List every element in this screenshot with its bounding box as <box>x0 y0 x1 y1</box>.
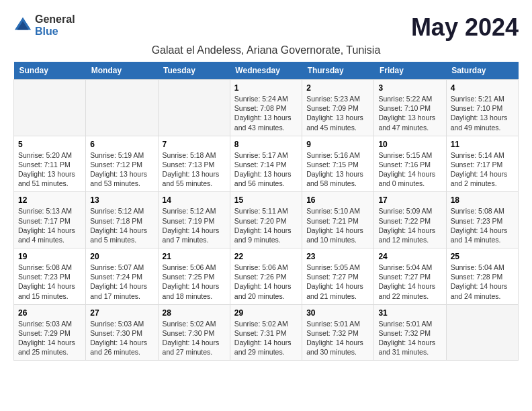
day-number: 21 <box>163 252 226 261</box>
calendar-cell: 29Sunrise: 5:02 AM Sunset: 7:31 PM Dayli… <box>230 304 302 361</box>
day-info: Sunrise: 5:02 AM Sunset: 7:30 PM Dayligh… <box>163 319 226 357</box>
day-info: Sunrise: 5:17 AM Sunset: 7:14 PM Dayligh… <box>234 150 298 189</box>
calendar-cell: 26Sunrise: 5:03 AM Sunset: 7:29 PM Dayli… <box>14 304 86 361</box>
day-info: Sunrise: 5:04 AM Sunset: 7:28 PM Dayligh… <box>451 263 514 301</box>
day-number: 22 <box>234 252 298 261</box>
weekday-header-thursday: Thursday <box>302 62 374 80</box>
day-number: 23 <box>306 252 369 261</box>
logo-general: General <box>35 13 75 26</box>
day-info: Sunrise: 5:07 AM Sunset: 7:24 PM Dayligh… <box>90 263 153 301</box>
day-info: Sunrise: 5:01 AM Sunset: 7:32 PM Dayligh… <box>378 319 441 357</box>
logo: General Blue <box>13 13 75 37</box>
day-info: Sunrise: 5:24 AM Sunset: 7:08 PM Dayligh… <box>234 94 298 132</box>
day-info: Sunrise: 5:06 AM Sunset: 7:26 PM Dayligh… <box>234 263 298 301</box>
day-number: 12 <box>18 195 81 205</box>
day-number: 17 <box>378 195 441 205</box>
calendar-cell: 10Sunrise: 5:15 AM Sunset: 7:16 PM Dayli… <box>374 136 446 192</box>
day-number: 27 <box>90 308 153 318</box>
day-number: 9 <box>306 140 369 149</box>
calendar-cell: 14Sunrise: 5:12 AM Sunset: 7:19 PM Dayli… <box>158 192 230 248</box>
day-info: Sunrise: 5:16 AM Sunset: 7:15 PM Dayligh… <box>306 150 369 189</box>
day-info: Sunrise: 5:03 AM Sunset: 7:29 PM Dayligh… <box>18 319 81 357</box>
weekday-header-friday: Friday <box>374 62 446 80</box>
calendar-table: SundayMondayTuesdayWednesdayThursdayFrid… <box>13 62 519 361</box>
day-info: Sunrise: 5:05 AM Sunset: 7:27 PM Dayligh… <box>306 263 369 301</box>
day-info: Sunrise: 5:21 AM Sunset: 7:10 PM Dayligh… <box>451 94 514 132</box>
calendar-cell: 17Sunrise: 5:09 AM Sunset: 7:22 PM Dayli… <box>374 192 446 248</box>
week-row-4: 19Sunrise: 5:08 AM Sunset: 7:23 PM Dayli… <box>14 248 519 305</box>
calendar-cell: 16Sunrise: 5:10 AM Sunset: 7:21 PM Dayli… <box>302 192 374 248</box>
calendar-cell: 9Sunrise: 5:16 AM Sunset: 7:15 PM Daylig… <box>302 136 374 192</box>
weekday-header-wednesday: Wednesday <box>230 62 302 80</box>
day-number: 30 <box>306 308 369 318</box>
day-info: Sunrise: 5:12 AM Sunset: 7:18 PM Dayligh… <box>90 206 153 244</box>
day-info: Sunrise: 5:19 AM Sunset: 7:12 PM Dayligh… <box>90 150 153 189</box>
calendar-cell: 6Sunrise: 5:19 AM Sunset: 7:12 PM Daylig… <box>86 136 158 192</box>
day-info: Sunrise: 5:13 AM Sunset: 7:17 PM Dayligh… <box>18 206 81 244</box>
day-info: Sunrise: 5:06 AM Sunset: 7:25 PM Dayligh… <box>163 263 226 301</box>
calendar-cell: 13Sunrise: 5:12 AM Sunset: 7:18 PM Dayli… <box>86 192 158 248</box>
weekday-header-monday: Monday <box>86 62 158 80</box>
calendar-cell <box>86 80 158 136</box>
day-number: 18 <box>451 195 514 205</box>
calendar-cell: 28Sunrise: 5:02 AM Sunset: 7:30 PM Dayli… <box>158 304 230 361</box>
day-number: 6 <box>90 140 153 149</box>
week-row-2: 5Sunrise: 5:20 AM Sunset: 7:11 PM Daylig… <box>14 136 519 192</box>
page-header: General Blue May 2024 <box>13 13 519 42</box>
day-number: 10 <box>378 140 441 149</box>
calendar-cell: 11Sunrise: 5:14 AM Sunset: 7:17 PM Dayli… <box>446 136 518 192</box>
day-number: 4 <box>451 83 514 93</box>
calendar-cell: 27Sunrise: 5:03 AM Sunset: 7:30 PM Dayli… <box>86 304 158 361</box>
day-number: 16 <box>306 195 369 205</box>
calendar-cell: 22Sunrise: 5:06 AM Sunset: 7:26 PM Dayli… <box>230 248 302 305</box>
calendar-cell: 19Sunrise: 5:08 AM Sunset: 7:23 PM Dayli… <box>14 248 86 305</box>
week-row-3: 12Sunrise: 5:13 AM Sunset: 7:17 PM Dayli… <box>14 192 519 248</box>
calendar-cell: 5Sunrise: 5:20 AM Sunset: 7:11 PM Daylig… <box>14 136 86 192</box>
day-number: 26 <box>18 308 81 318</box>
day-info: Sunrise: 5:23 AM Sunset: 7:09 PM Dayligh… <box>306 94 369 132</box>
calendar-cell: 12Sunrise: 5:13 AM Sunset: 7:17 PM Dayli… <box>14 192 86 248</box>
day-info: Sunrise: 5:18 AM Sunset: 7:13 PM Dayligh… <box>163 150 226 189</box>
calendar-cell: 18Sunrise: 5:08 AM Sunset: 7:23 PM Dayli… <box>446 192 518 248</box>
logo-blue: Blue <box>35 26 75 38</box>
location-title: Galaat el Andeless, Ariana Governorate, … <box>13 44 519 56</box>
week-row-1: 1Sunrise: 5:24 AM Sunset: 7:08 PM Daylig… <box>14 80 519 136</box>
weekday-header-tuesday: Tuesday <box>158 62 230 80</box>
day-number: 13 <box>90 195 153 205</box>
logo-icon <box>13 16 32 35</box>
day-info: Sunrise: 5:08 AM Sunset: 7:23 PM Dayligh… <box>451 206 514 244</box>
calendar-cell: 20Sunrise: 5:07 AM Sunset: 7:24 PM Dayli… <box>86 248 158 305</box>
day-info: Sunrise: 5:01 AM Sunset: 7:32 PM Dayligh… <box>306 319 369 357</box>
day-number: 15 <box>234 195 298 205</box>
calendar-cell: 4Sunrise: 5:21 AM Sunset: 7:10 PM Daylig… <box>446 80 518 136</box>
day-number: 11 <box>451 140 514 149</box>
calendar-cell: 24Sunrise: 5:04 AM Sunset: 7:27 PM Dayli… <box>374 248 446 305</box>
day-number: 1 <box>234 83 298 93</box>
day-number: 31 <box>378 308 441 318</box>
day-info: Sunrise: 5:02 AM Sunset: 7:31 PM Dayligh… <box>234 319 298 357</box>
calendar-cell: 31Sunrise: 5:01 AM Sunset: 7:32 PM Dayli… <box>374 304 446 361</box>
calendar-cell: 7Sunrise: 5:18 AM Sunset: 7:13 PM Daylig… <box>158 136 230 192</box>
calendar-cell: 8Sunrise: 5:17 AM Sunset: 7:14 PM Daylig… <box>230 136 302 192</box>
day-number: 25 <box>451 252 514 261</box>
day-info: Sunrise: 5:14 AM Sunset: 7:17 PM Dayligh… <box>451 150 514 189</box>
logo-text: General Blue <box>35 13 75 37</box>
day-info: Sunrise: 5:04 AM Sunset: 7:27 PM Dayligh… <box>378 263 441 301</box>
day-info: Sunrise: 5:03 AM Sunset: 7:30 PM Dayligh… <box>90 319 153 357</box>
day-number: 5 <box>18 140 81 149</box>
calendar-cell: 2Sunrise: 5:23 AM Sunset: 7:09 PM Daylig… <box>302 80 374 136</box>
day-info: Sunrise: 5:09 AM Sunset: 7:22 PM Dayligh… <box>378 206 441 244</box>
day-info: Sunrise: 5:15 AM Sunset: 7:16 PM Dayligh… <box>378 150 441 189</box>
weekday-header-saturday: Saturday <box>446 62 518 80</box>
day-number: 3 <box>378 83 441 93</box>
weekday-header-row: SundayMondayTuesdayWednesdayThursdayFrid… <box>14 62 519 80</box>
day-info: Sunrise: 5:10 AM Sunset: 7:21 PM Dayligh… <box>306 206 369 244</box>
calendar-cell <box>446 304 518 361</box>
day-number: 20 <box>90 252 153 261</box>
calendar-cell: 21Sunrise: 5:06 AM Sunset: 7:25 PM Dayli… <box>158 248 230 305</box>
day-number: 28 <box>163 308 226 318</box>
day-number: 7 <box>163 140 226 149</box>
day-info: Sunrise: 5:11 AM Sunset: 7:20 PM Dayligh… <box>234 206 298 244</box>
calendar-cell: 15Sunrise: 5:11 AM Sunset: 7:20 PM Dayli… <box>230 192 302 248</box>
calendar-cell: 25Sunrise: 5:04 AM Sunset: 7:28 PM Dayli… <box>446 248 518 305</box>
